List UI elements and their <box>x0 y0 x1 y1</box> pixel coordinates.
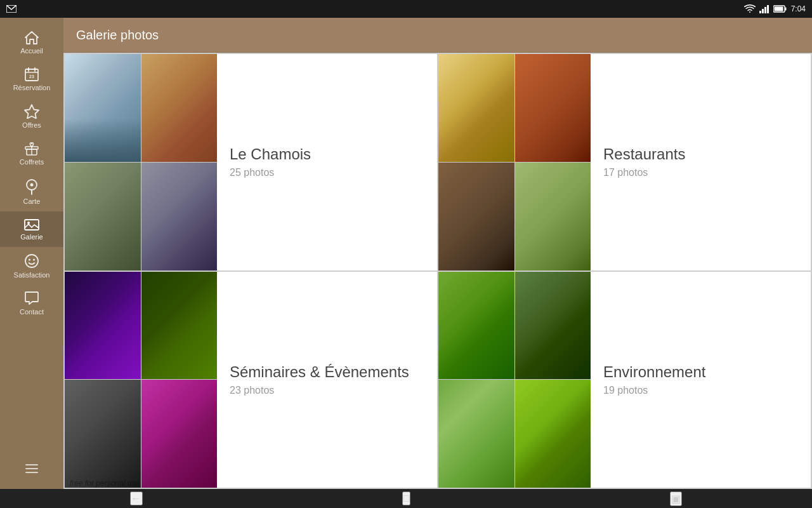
signal-icon <box>759 4 769 13</box>
photo-thumb <box>438 163 514 271</box>
photo-thumb <box>438 272 514 380</box>
photo-thumb <box>515 380 591 488</box>
sidebar-label-galerie: Galerie <box>20 233 43 241</box>
environnement-photos <box>438 272 591 488</box>
svg-rect-2 <box>762 9 764 13</box>
status-time: 7:04 <box>791 4 806 13</box>
bottom-nav: ← □ ▣ <box>0 489 812 508</box>
svg-rect-3 <box>764 7 766 13</box>
photo-thumb <box>141 272 218 380</box>
svg-rect-20 <box>25 220 39 230</box>
svg-rect-7 <box>774 7 783 11</box>
status-bar: 7:04 <box>0 0 812 18</box>
sidebar-label-reservation: Réservation <box>13 84 51 91</box>
sidebar-bottom <box>0 457 63 483</box>
svg-rect-4 <box>767 5 769 13</box>
gallery-cell-seminaires[interactable]: Séminaires & Évènements 23 photos <box>65 272 437 488</box>
le-chamois-photos <box>65 54 217 271</box>
calendar-icon: 23 <box>25 67 39 81</box>
sidebar-item-coffrets[interactable]: Coffrets <box>0 135 63 172</box>
svg-point-23 <box>29 259 30 261</box>
sidebar-label-accueil: Accueil <box>20 47 43 55</box>
gallery-icon <box>24 218 39 231</box>
battery-icon <box>773 5 787 13</box>
sidebar-item-satisfaction[interactable]: Satisfaction <box>0 247 63 285</box>
sidebar-item-menu[interactable] <box>0 457 63 483</box>
seminaires-count: 23 photos <box>230 385 424 396</box>
le-chamois-count: 25 photos <box>230 167 424 178</box>
le-chamois-title: Le Chamois <box>230 145 424 163</box>
svg-rect-1 <box>759 11 761 13</box>
sidebar-item-reservation[interactable]: 23 Réservation <box>0 61 63 98</box>
status-bar-right: 7:04 <box>744 4 806 13</box>
recents-button[interactable]: ▣ <box>670 491 682 506</box>
sidebar-label-contact: Contact <box>20 308 44 316</box>
restaurants-title: Restaurants <box>603 145 798 163</box>
smile-icon <box>24 253 39 269</box>
environnement-info: Environnement 19 photos <box>591 272 811 488</box>
photo-thumb <box>438 54 514 162</box>
photo-thumb <box>65 163 141 271</box>
sidebar-label-coffrets: Coffrets <box>20 158 44 166</box>
seminaires-title: Séminaires & Évènements <box>230 363 424 381</box>
home-icon <box>24 30 39 44</box>
photo-thumb <box>141 54 218 162</box>
photo-thumb <box>141 163 218 271</box>
sidebar-label-offres: Offres <box>22 121 41 129</box>
le-chamois-info: Le Chamois 25 photos <box>217 54 437 271</box>
gallery-cell-le-chamois[interactable]: Le Chamois 25 photos <box>65 54 437 271</box>
svg-marker-8 <box>25 32 38 44</box>
map-icon <box>25 178 39 195</box>
main-content: Galerie photos Le Chamois 25 photos <box>63 18 812 489</box>
svg-marker-14 <box>25 105 39 119</box>
restaurants-info: Restaurants 17 photos <box>591 54 811 271</box>
sidebar-item-accueil[interactable]: Accueil <box>0 24 63 61</box>
sidebar-item-carte[interactable]: Carte <box>0 172 63 211</box>
svg-rect-6 <box>785 8 786 11</box>
gallery-cell-environnement[interactable]: Environnement 19 photos <box>438 272 811 488</box>
sidebar-item-galerie[interactable]: Galerie <box>0 211 63 247</box>
svg-point-24 <box>33 259 35 261</box>
sidebar-label-satisfaction: Satisfaction <box>14 271 50 279</box>
gallery-cell-restaurants[interactable]: Restaurants 17 photos <box>438 54 811 271</box>
svg-point-19 <box>30 184 34 187</box>
photo-thumb <box>515 272 591 380</box>
photo-thumb <box>438 380 514 488</box>
seminaires-photos <box>65 272 217 488</box>
sidebar-label-carte: Carte <box>23 197 41 205</box>
photo-thumb <box>515 54 591 162</box>
photo-thumb <box>65 54 141 162</box>
mail-icon <box>6 5 16 13</box>
menu-icon <box>25 464 39 474</box>
svg-point-22 <box>25 255 38 267</box>
restaurants-photos <box>438 54 591 271</box>
gift-icon <box>25 142 39 156</box>
photo-thumb <box>515 163 591 271</box>
status-bar-left <box>6 5 16 13</box>
star-icon <box>24 104 39 119</box>
chat-icon <box>24 291 39 305</box>
environnement-count: 19 photos <box>603 385 798 396</box>
restaurants-count: 17 photos <box>603 167 798 178</box>
seminaires-info: Séminaires & Évènements 23 photos <box>217 272 437 488</box>
page-header: Galerie photos <box>63 18 812 53</box>
app-container: Accueil 23 Réservation Offres <box>0 18 812 489</box>
wifi-icon <box>744 4 756 13</box>
home-button[interactable]: □ <box>402 491 411 505</box>
back-button[interactable]: ← <box>130 491 143 505</box>
gallery-grid: Le Chamois 25 photos Restaurants 17 phot… <box>63 53 812 489</box>
sidebar: Accueil 23 Réservation Offres <box>0 18 63 489</box>
page-title: Galerie photos <box>76 28 159 43</box>
svg-text:23: 23 <box>29 74 34 79</box>
photo-thumb <box>65 380 141 488</box>
photo-thumb <box>141 380 218 488</box>
sidebar-item-offres[interactable]: Offres <box>0 98 63 135</box>
environnement-title: Environnement <box>603 363 798 381</box>
sidebar-item-contact[interactable]: Contact <box>0 285 63 322</box>
photo-thumb <box>65 272 141 380</box>
